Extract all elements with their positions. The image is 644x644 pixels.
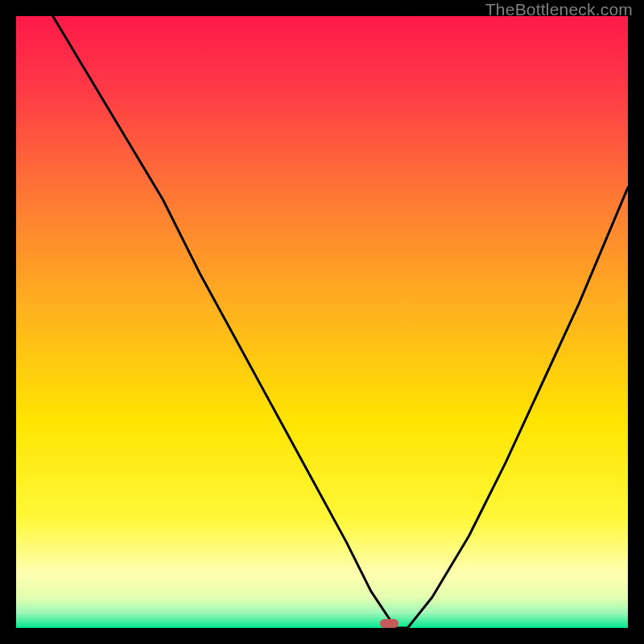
bottleneck-curve xyxy=(53,16,628,628)
optimum-marker xyxy=(380,619,398,628)
watermark-text: TheBottleneck.com xyxy=(485,0,633,19)
chart-frame: TheBottleneck.com xyxy=(0,0,644,644)
bottleneck-curve-svg xyxy=(16,16,628,628)
plot-area xyxy=(16,16,628,628)
